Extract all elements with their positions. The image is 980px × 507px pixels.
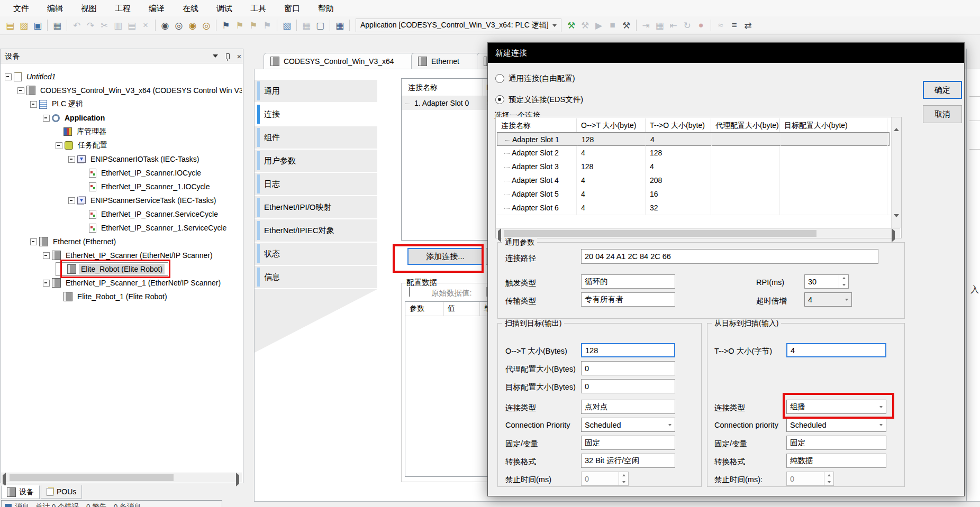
connection-table-row[interactable]: Adapter Slot 6432	[497, 201, 890, 215]
tree-item[interactable]: PLC 逻辑	[30, 97, 85, 111]
settings-tab-2[interactable]: 组件	[255, 126, 377, 149]
ok-button[interactable]: 确定	[923, 81, 962, 99]
pin-icon[interactable]	[223, 52, 232, 60]
field--[interactable]: 固定	[786, 436, 886, 450]
field-connection-priority[interactable]: Scheduled	[786, 418, 886, 432]
tree-item[interactable]: 库管理器	[56, 125, 108, 139]
collapse-icon[interactable]	[30, 238, 37, 245]
tree-item[interactable]: ENIPScannerIOTask (IEC-Tasks)	[68, 152, 201, 166]
trigger-type-input[interactable]: 循环的	[581, 274, 675, 289]
tree-item[interactable]: 任务配置	[56, 139, 110, 152]
new-project-icon[interactable]: ▤	[4, 19, 16, 32]
build-grid-icon[interactable]: ▦	[333, 19, 346, 32]
collapse-icon[interactable]	[68, 197, 75, 204]
settings-tab-0[interactable]: 通用	[255, 80, 377, 103]
stop-icon[interactable]: ■	[606, 19, 619, 32]
connection-path-input[interactable]: 20 04 24 A1 2C 84 2C 66	[581, 249, 878, 264]
field--[interactable]: 纯数据	[786, 454, 886, 468]
login-icon[interactable]: ⚒	[565, 19, 578, 32]
field--ms-[interactable]: 0	[581, 472, 629, 486]
dialog-title-bar[interactable]: 新建连接	[488, 43, 964, 63]
menu-item[interactable]: 工具	[241, 0, 275, 16]
bookmark-toggle-icon[interactable]: ⚑	[220, 19, 232, 32]
close-icon[interactable]: ×	[235, 52, 243, 60]
scroll-left-icon[interactable]	[3, 475, 6, 484]
table-vscrollbar[interactable]	[891, 117, 901, 228]
tree-item[interactable]: CODESYS_Control_Win_V3_x64 (CODESYS Cont…	[17, 84, 242, 97]
bookmark-prev-icon[interactable]: ⚑	[233, 19, 246, 32]
config-checkbox[interactable]	[409, 287, 410, 297]
collapse-icon[interactable]	[17, 87, 24, 94]
collapse-icon[interactable]	[30, 101, 37, 108]
field--bytes-[interactable]: 0	[581, 379, 675, 393]
settings-tab-1[interactable]: 连接	[255, 103, 377, 126]
field--ms-[interactable]: 0	[786, 472, 834, 486]
timeout-multiplier-select[interactable]: 4	[804, 292, 852, 307]
run-to-cursor-icon[interactable]: ↻	[681, 19, 694, 32]
open-project-icon[interactable]: ▨	[17, 19, 30, 32]
menu-item[interactable]: 视图	[72, 0, 106, 16]
field--[interactable]: 固定	[581, 436, 675, 450]
connection-table-row[interactable]: Adapter Slot 11284	[497, 132, 890, 146]
cut-icon[interactable]: ✂	[98, 19, 111, 32]
settings-tab-8[interactable]: 信息	[255, 266, 377, 289]
connection-table-row[interactable]: Adapter Slot 31284	[497, 160, 890, 174]
collapse-icon[interactable]	[68, 156, 75, 163]
new-document-icon[interactable]: ▢	[314, 19, 326, 32]
tree-item[interactable]: EtherNet_IP_Scanner_1.ServiceCycle	[81, 221, 229, 235]
radio-generic-connection[interactable]: 通用连接(自由配置)	[495, 73, 575, 84]
collapse-icon[interactable]	[5, 73, 12, 80]
tree-item[interactable]: EtherNet_IP_Scanner.IOCycle	[81, 166, 203, 180]
collapse-icon[interactable]	[43, 115, 50, 122]
bookmark-next-icon[interactable]: ⚑	[247, 19, 260, 32]
field--[interactable]: 32 Bit 运行/空闲	[581, 454, 675, 468]
table-hscrollbar[interactable]	[496, 228, 900, 238]
step-out-icon[interactable]: ⇤	[667, 19, 680, 32]
field-connection-priority[interactable]: Scheduled	[581, 418, 675, 432]
display-mode-icon[interactable]: ≡	[728, 19, 741, 32]
paste-icon[interactable]: ▤	[125, 19, 138, 32]
step-into-icon[interactable]: ▦	[654, 19, 666, 32]
replace-in-project-icon[interactable]: ◎	[200, 19, 213, 32]
flow-control-icon[interactable]: ≈	[714, 19, 727, 32]
breakpoint-icon[interactable]: ●	[695, 19, 707, 32]
scroll-right-icon[interactable]	[236, 475, 239, 484]
collapse-icon[interactable]	[43, 280, 50, 287]
settings-tab-3[interactable]: 用户参数	[255, 150, 377, 172]
panel-menu-icon[interactable]	[211, 52, 220, 60]
tree-item[interactable]: Elite_Robot_1 (Elite Robot)	[56, 290, 169, 303]
collapse-icon[interactable]	[43, 252, 50, 259]
replace-icon[interactable]: ◎	[173, 19, 185, 32]
field--[interactable]: 点对点	[581, 400, 675, 414]
bookmark-clear-icon[interactable]: ⚑	[261, 19, 274, 32]
clipboard-icon[interactable]: ▧	[280, 19, 293, 32]
delete-icon[interactable]: ×	[139, 19, 152, 32]
cancel-button[interactable]: 取消	[923, 105, 962, 123]
menu-item[interactable]: 编译	[140, 0, 174, 16]
scroll-thumb[interactable]	[10, 474, 174, 481]
collapse-icon[interactable]	[56, 142, 62, 149]
copy-icon[interactable]: ▥	[112, 19, 124, 32]
tree-item[interactable]: Ethernet (Ethernet)	[30, 235, 118, 248]
find-icon[interactable]: ◉	[159, 19, 171, 32]
connection-table-row[interactable]: Adapter Slot 24128	[497, 146, 890, 160]
active-application-selector[interactable]: Application [CODESYS_Control_Win_V3_x64:…	[356, 19, 561, 32]
settings-tab-7[interactable]: 状态	[255, 243, 377, 265]
logout-icon[interactable]: ⚒	[579, 19, 592, 32]
build-icon[interactable]: ⚒	[620, 19, 633, 32]
tab-devices[interactable]: 设备	[1, 485, 40, 499]
radio-predefined-connection[interactable]: 预定义连接(EDS文件)	[495, 95, 583, 105]
menu-item[interactable]: 编辑	[38, 0, 72, 16]
tree-item[interactable]: EtherNet_IP_Scanner_1.IOCycle	[81, 180, 212, 193]
rpi-spinner[interactable]: 30	[804, 274, 849, 289]
device-tree-hscrollbar[interactable]	[1, 473, 242, 482]
table-hscroll-thumb[interactable]	[504, 230, 816, 237]
menu-item[interactable]: 窗口	[275, 0, 309, 16]
undo-icon[interactable]: ↶	[70, 19, 83, 32]
menu-item[interactable]: 在线	[174, 0, 207, 16]
list-dropdown-icon[interactable]: ▦	[300, 19, 313, 32]
tree-item[interactable]: Application	[43, 111, 107, 125]
field--bytes-[interactable]: 0	[581, 361, 675, 375]
field-t-o-[interactable]: 4	[786, 343, 886, 357]
connection-table-row[interactable]: Adapter Slot 44208	[497, 173, 890, 188]
